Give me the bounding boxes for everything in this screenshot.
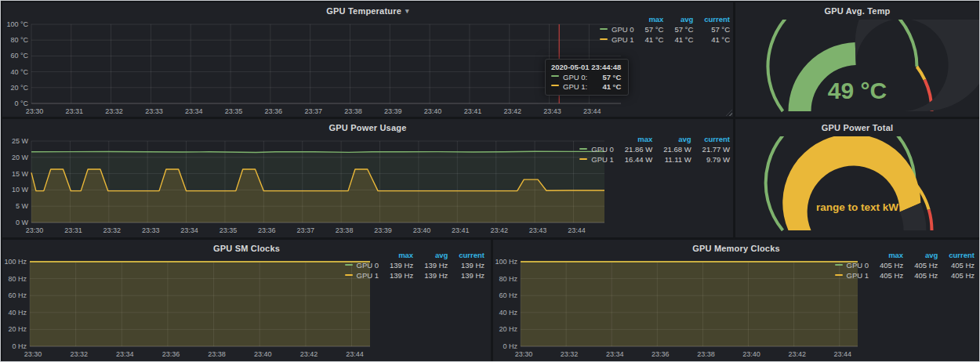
legend-value: 21.68 W — [652, 144, 691, 154]
svg-text:23:44: 23:44 — [833, 350, 851, 358]
panel-gpu-temperature: GPU Temperature ▾ 0 °C20 °C40 °C60 °C80 … — [2, 2, 733, 117]
svg-text:0 Hz: 0 Hz — [12, 342, 27, 350]
series-dash-icon — [579, 158, 587, 160]
svg-text:23:33: 23:33 — [145, 107, 163, 115]
legend-series-name[interactable]: GPU 1 — [345, 270, 379, 281]
legend-value: 405 Hz — [869, 260, 903, 270]
legend-series-name[interactable]: GPU 1 — [835, 270, 869, 281]
svg-text:25 W: 25 W — [12, 137, 29, 145]
svg-text:100 °C: 100 °C — [6, 20, 28, 28]
legend-value: 405 Hz — [938, 260, 975, 270]
svg-text:23:40: 23:40 — [424, 107, 442, 115]
panel-title-text: GPU Power Usage — [329, 123, 407, 132]
svg-text:23:32: 23:32 — [561, 350, 579, 358]
legend-series-name[interactable]: GPU 1 — [579, 154, 614, 165]
legend-row: GPU 0139 Hz139 Hz139 Hz — [345, 260, 485, 270]
legend-value: 405 Hz — [903, 270, 938, 281]
panel-gpu-memory-clocks: GPU Memory Clocks 0 Hz20 Hz40 Hz60 Hz80 … — [493, 240, 979, 361]
svg-text:23:33: 23:33 — [142, 226, 160, 234]
legend-series-name[interactable]: GPU 1 — [600, 34, 634, 45]
legend-value: 139 Hz — [448, 260, 485, 270]
legend-header: avg — [903, 251, 938, 260]
panel-gpu-avg-temp: GPU Avg. Temp 49 °C — [735, 2, 979, 117]
legend-value: 11.11 W — [652, 154, 691, 165]
svg-text:23:32: 23:32 — [70, 350, 88, 358]
svg-text:15 W: 15 W — [12, 170, 29, 178]
chevron-down-icon[interactable]: ▾ — [405, 7, 409, 15]
panel-title-text: GPU Temperature — [326, 6, 401, 16]
panel-title-gpu-power-usage[interactable]: GPU Power Usage — [2, 119, 733, 136]
panel-title-text: GPU Memory Clocks — [692, 244, 780, 253]
legend-series-name[interactable]: GPU 0 — [579, 144, 614, 154]
tooltip-row: GPU 1: 41 °C — [551, 82, 621, 91]
svg-text:23:36: 23:36 — [258, 226, 276, 234]
panel-title-gpu-avg-temp[interactable]: GPU Avg. Temp — [735, 2, 979, 20]
legend-table: maxavgcurrentGPU 057 °C57 °C57 °CGPU 141… — [600, 15, 730, 45]
legend-header: avg — [663, 15, 693, 24]
tooltip-series-value: 57 °C — [602, 73, 621, 81]
legend-table: maxavgcurrentGPU 0139 Hz139 Hz139 HzGPU … — [345, 251, 485, 281]
series-dash-icon — [579, 148, 587, 150]
panel-resize-handle[interactable] — [726, 110, 732, 116]
legend-header: max — [379, 251, 413, 260]
gpu-temperature-chart[interactable]: 0 °C20 °C40 °C60 °C80 °C100 °C23:3023:31… — [4, 20, 622, 117]
series-dash-icon — [600, 28, 608, 30]
svg-text:23:42: 23:42 — [503, 107, 521, 115]
legend-row: GPU 021.86 W21.68 W21.77 W — [579, 144, 730, 154]
svg-text:23:30: 23:30 — [26, 226, 44, 234]
svg-text:20 Hz: 20 Hz — [499, 325, 517, 333]
svg-text:23:43: 23:43 — [543, 107, 561, 115]
svg-text:23:31: 23:31 — [66, 107, 84, 115]
legend-row: GPU 1139 Hz139 Hz139 Hz — [345, 270, 485, 281]
legend-table: maxavgcurrentGPU 021.86 W21.68 W21.77 WG… — [579, 135, 730, 165]
legend-series-name[interactable]: GPU 0 — [600, 24, 634, 34]
legend-header: current — [448, 251, 485, 260]
svg-text:23:41: 23:41 — [452, 226, 470, 234]
svg-text:0 W: 0 W — [16, 219, 29, 226]
legend-header: avg — [652, 135, 691, 144]
legend-row: GPU 1405 Hz405 Hz405 Hz — [835, 270, 975, 281]
svg-text:40 Hz: 40 Hz — [8, 309, 27, 317]
gpu-memory-clocks-chart[interactable]: 0 Hz20 Hz40 Hz60 Hz80 Hz100 Hz23:3023:32… — [493, 257, 858, 360]
series-dash-icon — [551, 75, 559, 77]
svg-text:60 Hz: 60 Hz — [499, 291, 517, 299]
svg-text:20 W: 20 W — [12, 154, 29, 161]
legend-header: max — [869, 251, 903, 260]
tooltip-row: GPU 0: 57 °C — [551, 73, 621, 81]
legend-header: max — [634, 15, 664, 24]
panel-title-gpu-power-total[interactable]: GPU Power Total — [735, 119, 979, 136]
legend-value: 57 °C — [693, 24, 730, 34]
legend-row: GPU 0405 Hz405 Hz405 Hz — [835, 260, 975, 270]
legend-value: 9.79 W — [691, 154, 730, 165]
svg-text:23:30: 23:30 — [515, 350, 533, 358]
svg-text:23:44: 23:44 — [568, 226, 586, 234]
svg-text:23:38: 23:38 — [336, 226, 354, 234]
grafana-dashboard: GPU Temperature ▾ 0 °C20 °C40 °C60 °C80 … — [0, 0, 980, 362]
svg-text:10 W: 10 W — [12, 186, 29, 194]
svg-text:23:36: 23:36 — [162, 350, 180, 358]
svg-text:23:40: 23:40 — [742, 350, 760, 358]
svg-text:23:40: 23:40 — [254, 350, 272, 358]
gpu-power-usage-chart[interactable]: 0 W5 W10 W15 W20 W25 W23:3023:3123:3223:… — [4, 136, 605, 236]
svg-text:23:44: 23:44 — [346, 350, 364, 358]
svg-text:23:38: 23:38 — [697, 350, 715, 358]
svg-text:23:32: 23:32 — [105, 107, 123, 115]
legend-series-name[interactable]: GPU 0 — [835, 260, 869, 270]
legend-header: current — [693, 15, 730, 24]
svg-text:23:34: 23:34 — [606, 350, 624, 358]
legend-series-name[interactable]: GPU 0 — [345, 260, 379, 270]
legend-value: 41 °C — [634, 34, 664, 45]
gpu-sm-clocks-chart[interactable]: 0 Hz20 Hz40 Hz60 Hz80 Hz100 Hz23:3023:32… — [2, 257, 371, 360]
svg-text:0 °C: 0 °C — [14, 100, 28, 107]
panel-gpu-power-total: GPU Power Total range to text kW — [735, 119, 979, 237]
svg-text:23:34: 23:34 — [116, 350, 134, 358]
svg-text:23:34: 23:34 — [180, 226, 198, 234]
tooltip-series-value: 41 °C — [602, 82, 621, 91]
svg-text:100 Hz: 100 Hz — [495, 258, 517, 266]
svg-text:20 °C: 20 °C — [10, 84, 28, 92]
legend-row: GPU 141 °C41 °C41 °C — [600, 34, 730, 45]
panel-title-text: GPU Power Total — [822, 123, 893, 132]
gpu-temperature-legend: maxavgcurrentGPU 057 °C57 °C57 °CGPU 141… — [600, 15, 730, 45]
series-dash-icon — [345, 264, 353, 266]
tooltip-series-name: GPU 0: — [563, 73, 587, 81]
